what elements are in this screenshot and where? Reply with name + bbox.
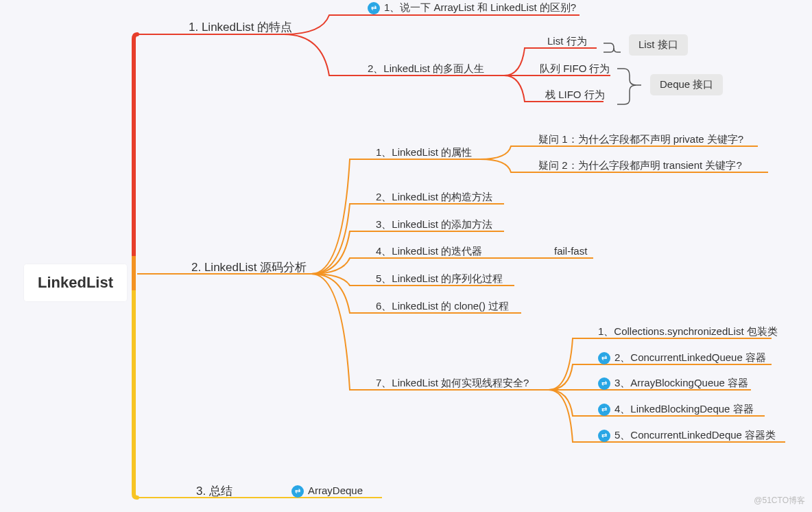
s2-c7-t1: 1、Collections.synchronizedList 包装类	[598, 325, 778, 338]
s2-c7-t5-label: 5、ConcurrentLinkedDeque 容器类	[614, 429, 776, 441]
s1-child-1: 1、说一下 ArrayList 和 LinkedList 的区别?	[368, 1, 576, 14]
watermark: @51CTO博客	[754, 495, 805, 507]
badge-list: List 接口	[629, 34, 688, 56]
link-icon	[598, 404, 610, 416]
s2-c4-extra: fail-fast	[554, 245, 587, 257]
svg-rect-0	[132, 256, 136, 290]
link-icon	[598, 430, 610, 442]
root-node: LinkedList	[24, 264, 127, 301]
s2-c7: 7、LinkedList 如何实现线程安全?	[376, 377, 529, 390]
s2-c5: 5、LinkedList 的序列化过程	[376, 272, 503, 286]
badge-deque: Deque 接口	[650, 74, 723, 95]
s2-c3: 3、LinkedList 的添加方法	[376, 218, 492, 231]
s2-c7-t2: 2、ConcurrentLinkedQueue 容器	[598, 351, 766, 364]
s2-c2: 2、LinkedList 的构造方法	[376, 191, 492, 204]
link-icon	[368, 2, 380, 14]
section-2: 2. LinkedList 源码分析	[191, 259, 307, 275]
s1-c2-b: 队列 FIFO 行为	[540, 62, 610, 75]
link-icon	[598, 352, 610, 364]
s2-c7-t4-label: 4、LinkedBlockingDeque 容器	[614, 403, 754, 415]
section-3: 3. 总结	[196, 483, 232, 499]
s1-c2-c: 栈 LIFO 行为	[545, 89, 605, 102]
s2-c7-t2-label: 2、ConcurrentLinkedQueue 容器	[614, 351, 766, 363]
s2-c7-t4: 4、LinkedBlockingDeque 容器	[598, 403, 754, 416]
s1-c1-label: 1、说一下 ArrayList 和 LinkedList 的区别?	[384, 1, 576, 13]
s2-c4: 4、LinkedList 的迭代器	[376, 245, 482, 258]
s2-c1-q1: 疑问 1：为什么字段都不声明 private 关键字?	[538, 133, 743, 146]
section-1: 1. LinkedList 的特点	[189, 19, 292, 35]
s3-c1-label: ArrayDeque	[308, 485, 363, 496]
s2-c6: 6、LinkedList 的 clone() 过程	[376, 300, 509, 313]
s2-c1-q2: 疑问 2：为什么字段都声明 transient 关键字?	[538, 159, 742, 172]
s1-c2-a: List 行为	[547, 35, 587, 48]
s2-c7-t3-label: 3、ArrayBlockingQueue 容器	[614, 377, 748, 388]
s3-c1: ArrayDeque	[291, 485, 363, 498]
link-icon	[291, 485, 304, 498]
s2-c7-t5: 5、ConcurrentLinkedDeque 容器类	[598, 429, 776, 442]
s2-c7-t3: 3、ArrayBlockingQueue 容器	[598, 377, 748, 390]
s1-child-2: 2、LinkedList 的多面人生	[368, 62, 484, 75]
s2-c1: 1、LinkedList 的属性	[376, 146, 472, 159]
link-icon	[598, 377, 610, 390]
